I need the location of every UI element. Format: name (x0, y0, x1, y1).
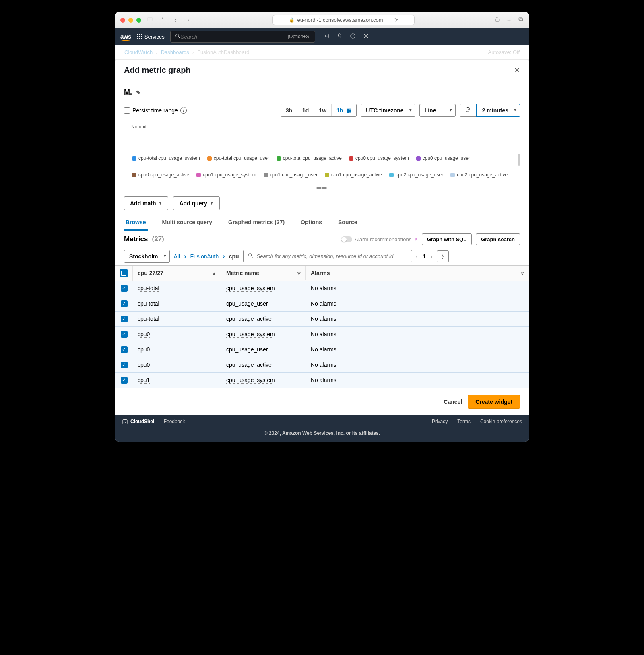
range-1d[interactable]: 1d (297, 104, 314, 116)
table-row[interactable]: ✓ cpu-total cpu_usage_system No alarms (115, 281, 529, 296)
info-icon[interactable]: i (180, 107, 187, 114)
crumb-namespace[interactable]: FusionAuth (190, 253, 219, 260)
row-checkbox[interactable]: ✓ (121, 316, 128, 322)
bc-cloudwatch[interactable]: CloudWatch (124, 49, 153, 55)
range-3h[interactable]: 3h (281, 104, 297, 116)
table-row[interactable]: ✓ cpu0 cpu_usage_user No alarms (115, 342, 529, 357)
aws-logo[interactable]: aws (120, 33, 131, 41)
refresh-button[interactable] (460, 104, 476, 117)
col-metric-header[interactable]: Metric name▽ (221, 266, 306, 280)
add-metric-modal: Add metric graph ✕ M. ✎ Persist time ran… (115, 60, 529, 415)
minimize-window-button[interactable] (128, 18, 133, 23)
table-settings-button[interactable] (437, 250, 449, 262)
alarm-cell: No alarms (311, 300, 336, 307)
select-all-checkbox[interactable] (120, 270, 127, 277)
modal-header: Add metric graph ✕ (115, 60, 529, 81)
notifications-icon[interactable] (336, 33, 343, 40)
row-checkbox[interactable]: ✓ (121, 300, 128, 307)
legend-item[interactable]: cpu-total cpu_usage_active (277, 154, 342, 163)
share-icon[interactable] (494, 16, 500, 24)
services-menu[interactable]: Services (137, 34, 165, 40)
page-next[interactable]: › (431, 253, 433, 260)
row-checkbox[interactable]: ✓ (121, 331, 128, 338)
persist-checkbox[interactable]: Persist time range i (124, 107, 187, 114)
legend-swatch (264, 173, 268, 177)
row-checkbox[interactable]: ✓ (121, 377, 128, 384)
table-row[interactable]: ✓ cpu1 cpu_usage_system No alarms (115, 373, 529, 388)
back-button[interactable]: ‹ (171, 17, 180, 24)
tab-browse[interactable]: Browse (124, 215, 148, 231)
new-tab-icon[interactable]: ＋ (506, 16, 512, 24)
resize-handle[interactable]: ══ (124, 184, 520, 192)
toggle-icon[interactable] (341, 236, 352, 242)
settings-icon[interactable] (363, 33, 369, 40)
tab-graphed[interactable]: Graphed metrics (27) (227, 215, 286, 231)
table-row[interactable]: ✓ cpu0 cpu_usage_active No alarms (115, 357, 529, 373)
legend-item[interactable]: cpu0 cpu_usage_system (349, 154, 409, 163)
col-alarms-header[interactable]: Alarms▽ (306, 266, 529, 280)
legend-item[interactable]: cpu1 cpu_usage_active (325, 170, 382, 180)
close-window-button[interactable] (120, 18, 125, 23)
maximize-window-button[interactable] (136, 18, 141, 23)
cloudshell-link[interactable]: CloudShell (122, 419, 156, 425)
create-widget-button[interactable]: Create widget (468, 395, 520, 409)
cloudshell-icon[interactable] (323, 33, 329, 40)
legend-item[interactable]: cpu-total cpu_usage_system (132, 154, 200, 163)
range-1h[interactable]: 1h ▦ (332, 104, 356, 116)
browser-titlebar: ˅ ‹ › 🔒 eu-north-1.console.aws.amazon.co… (115, 12, 529, 28)
row-checkbox[interactable]: ✓ (121, 362, 128, 368)
terms-link[interactable]: Terms (457, 419, 471, 424)
persist-checkbox-input[interactable] (124, 107, 130, 114)
timezone-select[interactable]: UTC timezone (361, 104, 415, 117)
table-row[interactable]: ✓ cpu-total cpu_usage_user No alarms (115, 296, 529, 312)
sidebar-toggle-icon[interactable] (145, 16, 154, 24)
reload-icon[interactable]: ⟳ (394, 17, 398, 23)
tabs-icon[interactable] (518, 16, 524, 24)
chart-type-select[interactable]: Line (419, 104, 456, 117)
col-cpu-header[interactable]: cpu 27/27▲ (133, 266, 221, 280)
region-select[interactable]: Stockholm (124, 250, 170, 263)
legend-item[interactable]: cpu0 cpu_usage_user (416, 154, 470, 163)
close-button[interactable]: ✕ (514, 66, 520, 75)
chevron-down-icon[interactable]: ˅ (158, 16, 167, 24)
aws-search[interactable]: [Option+S] (170, 31, 315, 43)
crumb-all[interactable]: All (174, 253, 180, 260)
feedback-link[interactable]: Feedback (164, 419, 185, 424)
cookie-link[interactable]: Cookie preferences (480, 419, 522, 424)
legend-item[interactable]: cpu-total cpu_usage_user (207, 154, 269, 163)
refresh-interval-select[interactable]: 2 minutes (476, 104, 520, 117)
metric-search[interactable] (243, 250, 412, 262)
legend-item[interactable]: cpu1 cpu_usage_user (264, 170, 318, 180)
edit-name-icon[interactable]: ✎ (136, 89, 141, 96)
tab-options[interactable]: Options (299, 215, 324, 231)
help-icon[interactable] (350, 33, 356, 40)
row-checkbox[interactable]: ✓ (121, 285, 128, 292)
cancel-button[interactable]: Cancel (444, 395, 462, 409)
aws-search-input[interactable] (181, 34, 288, 40)
privacy-link[interactable]: Privacy (432, 419, 448, 424)
add-query-button[interactable]: Add query▼ (173, 196, 219, 210)
legend-item[interactable]: cpu2 cpu_usage_user (389, 170, 443, 180)
legend-item[interactable]: cpu2 cpu_usage_active (450, 170, 508, 180)
legend-item[interactable]: cpu0 cpu_usage_active (132, 170, 189, 180)
forward-button[interactable]: › (184, 17, 193, 24)
legend-scrollbar[interactable] (518, 154, 520, 166)
metric-search-input[interactable] (257, 253, 408, 259)
select-all-header[interactable] (115, 266, 133, 281)
add-math-button[interactable]: Add math▼ (124, 196, 168, 210)
bc-dashboards[interactable]: Dashboards (161, 49, 189, 55)
calendar-icon[interactable]: ▦ (345, 107, 351, 114)
alarm-recommendations-toggle[interactable]: Alarm recommendations ♀ (341, 236, 418, 242)
page-prev[interactable]: ‹ (416, 253, 418, 260)
range-1w[interactable]: 1w (314, 104, 332, 116)
graph-sql-button[interactable]: Graph with SQL (422, 233, 472, 245)
row-checkbox[interactable]: ✓ (121, 346, 128, 353)
graph-search-button[interactable]: Graph search (476, 233, 520, 245)
address-bar[interactable]: 🔒 eu-north-1.console.aws.amazon.com ⟳ (272, 15, 414, 25)
table-row[interactable]: ✓ cpu-total cpu_usage_active No alarms (115, 312, 529, 327)
legend-item[interactable]: cpu1 cpu_usage_system (196, 170, 256, 180)
tab-multi-source[interactable]: Multi source query (161, 215, 214, 231)
tab-source[interactable]: Source (336, 215, 359, 231)
legend-swatch (450, 173, 455, 177)
table-row[interactable]: ✓ cpu0 cpu_usage_system No alarms (115, 327, 529, 342)
